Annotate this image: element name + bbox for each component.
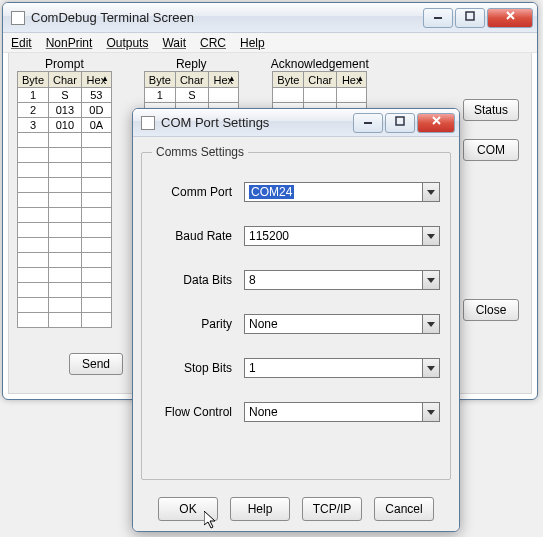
chevron-down-icon[interactable] <box>422 315 439 333</box>
help-button[interactable]: Help <box>230 497 290 521</box>
comms-settings-group: Comms Settings Comm Port COM24 Baud Rate… <box>141 145 451 480</box>
minimize-button[interactable] <box>423 8 453 28</box>
col-hex[interactable]: Hex▲ <box>81 72 111 88</box>
status-button[interactable]: Status <box>463 99 519 121</box>
table-row[interactable]: . <box>18 163 112 178</box>
table-row[interactable]: . <box>18 193 112 208</box>
menu-crc[interactable]: CRC <box>200 36 226 50</box>
prompt-title: Prompt <box>45 57 84 71</box>
menu-help[interactable]: Help <box>240 36 265 50</box>
col-char[interactable]: Char <box>304 72 337 88</box>
table-row[interactable]: 20130D <box>18 103 112 118</box>
svg-line-6 <box>433 117 440 124</box>
reply-title: Reply <box>176 57 207 71</box>
col-byte[interactable]: Byte <box>144 72 175 88</box>
comm-port-select[interactable]: COM24 <box>244 182 440 202</box>
close-main-button[interactable]: Close <box>463 299 519 321</box>
main-titlebar[interactable]: ComDebug Terminal Screen <box>3 3 537 33</box>
menu-outputs[interactable]: Outputs <box>106 36 148 50</box>
table-row[interactable]: . <box>18 313 112 328</box>
com-button[interactable]: COM <box>463 139 519 161</box>
dialog-close-button[interactable] <box>417 113 455 133</box>
table-row[interactable]: . <box>18 223 112 238</box>
comms-legend: Comms Settings <box>152 145 248 159</box>
menubar: Edit NonPrint Outputs Wait CRC Help <box>3 33 537 53</box>
table-row[interactable]: . <box>18 178 112 193</box>
ack-title: Acknowledgement <box>271 57 369 71</box>
table-row[interactable]: . <box>18 148 112 163</box>
table-row[interactable]: . <box>18 253 112 268</box>
chevron-down-icon[interactable] <box>422 183 439 201</box>
dialog-minimize-button[interactable] <box>353 113 383 133</box>
table-row[interactable]: . <box>18 208 112 223</box>
chevron-down-icon[interactable] <box>422 271 439 289</box>
dialog-maximize-button[interactable] <box>385 113 415 133</box>
dialog-body: Comms Settings Comm Port COM24 Baud Rate… <box>133 137 459 531</box>
table-row[interactable]: 1S <box>144 88 238 103</box>
ok-button[interactable]: OK <box>158 497 218 521</box>
table-row[interactable]: . <box>18 133 112 148</box>
dialog-titlebar[interactable]: COM Port Settings <box>133 109 459 137</box>
col-hex[interactable]: Hex▲ <box>337 72 367 88</box>
table-row[interactable]: 30100A <box>18 118 112 133</box>
svg-line-2 <box>507 12 514 19</box>
dialog-icon <box>141 116 155 130</box>
close-button[interactable] <box>487 8 533 28</box>
menu-edit[interactable]: Edit <box>11 36 32 50</box>
stop-bits-label: Stop Bits <box>152 361 244 375</box>
col-byte[interactable]: Byte <box>273 72 304 88</box>
comm-port-label: Comm Port <box>152 185 244 199</box>
table-row[interactable]: . <box>18 298 112 313</box>
table-row[interactable]: . <box>18 238 112 253</box>
dialog-title: COM Port Settings <box>161 115 345 130</box>
svg-rect-5 <box>396 117 404 125</box>
parity-label: Parity <box>152 317 244 331</box>
cancel-button[interactable]: Cancel <box>374 497 434 521</box>
app-icon <box>11 11 25 25</box>
chevron-down-icon[interactable] <box>422 227 439 245</box>
flow-control-label: Flow Control <box>152 405 244 419</box>
svg-rect-1 <box>466 12 474 20</box>
flow-control-select[interactable]: None <box>244 402 440 422</box>
svg-line-7 <box>433 117 440 124</box>
send-button[interactable]: Send <box>69 353 123 375</box>
prompt-table[interactable]: Byte Char Hex▲ 1S53 20130D 30100A . . . … <box>17 71 112 328</box>
col-byte[interactable]: Byte <box>18 72 49 88</box>
com-port-dialog: COM Port Settings Comms Settings Comm Po… <box>132 108 460 532</box>
menu-nonprint[interactable]: NonPrint <box>46 36 93 50</box>
baud-rate-label: Baud Rate <box>152 229 244 243</box>
menu-wait[interactable]: Wait <box>162 36 186 50</box>
svg-line-3 <box>507 12 514 19</box>
main-title: ComDebug Terminal Screen <box>31 10 415 25</box>
data-bits-select[interactable]: 8 <box>244 270 440 290</box>
maximize-button[interactable] <box>455 8 485 28</box>
table-row[interactable]: . <box>273 88 367 103</box>
stop-bits-select[interactable]: 1 <box>244 358 440 378</box>
tcpip-button[interactable]: TCP/IP <box>302 497 362 521</box>
col-char[interactable]: Char <box>49 72 82 88</box>
chevron-down-icon[interactable] <box>422 403 439 421</box>
baud-rate-select[interactable]: 115200 <box>244 226 440 246</box>
table-row[interactable]: 1S53 <box>18 88 112 103</box>
col-hex[interactable]: Hex▲ <box>208 72 238 88</box>
col-char[interactable]: Char <box>175 72 208 88</box>
chevron-down-icon[interactable] <box>422 359 439 377</box>
table-row[interactable]: . <box>18 268 112 283</box>
data-bits-label: Data Bits <box>152 273 244 287</box>
table-row[interactable]: . <box>18 283 112 298</box>
parity-select[interactable]: None <box>244 314 440 334</box>
